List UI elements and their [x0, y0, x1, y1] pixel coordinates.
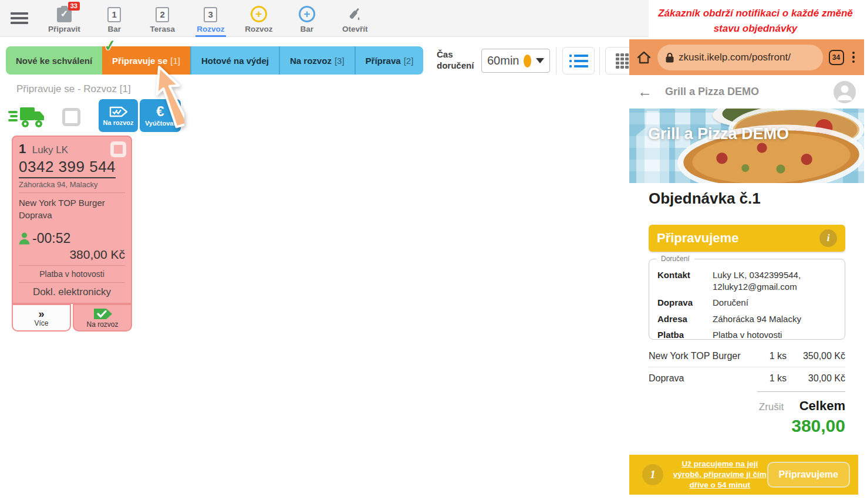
fieldset-legend: Doručení: [656, 255, 694, 263]
divider: [19, 265, 125, 266]
notification-badge: 33: [68, 2, 80, 11]
table-2-icon: 2: [156, 7, 169, 22]
add-order-yellow-icon: +: [251, 6, 267, 22]
delivery-truck-icon: [8, 106, 46, 130]
chevron-down-icon: [536, 58, 544, 63]
double-check-tag-icon: [109, 106, 128, 118]
delivery-row: Adresa Záhorácka 94 Malacky: [657, 313, 836, 325]
total-value: 380,00: [759, 416, 845, 436]
tab-count: [3]: [335, 56, 345, 66]
customer-phone-view: zkusit.ikelp.com/posfront/ 34 ← Grill a …: [629, 39, 864, 504]
address-bar[interactable]: zkusit.ikelp.com/posfront/: [657, 45, 823, 70]
order-card[interactable]: 1 Luky LK 0342 399 544 Záhorácka 94, Mal…: [12, 136, 132, 332]
more-button[interactable]: » Více: [12, 304, 71, 332]
customer-address: Záhorácka 94, Malacky: [19, 180, 125, 189]
nav-new-bar[interactable]: + Bar: [291, 0, 323, 37]
browser-bar: zkusit.ikelp.com/posfront/ 34: [629, 39, 864, 75]
order-title: Objednávka č.1: [649, 190, 761, 208]
clipboard-check-icon: ✓ 33: [57, 6, 72, 22]
tab-count-button[interactable]: 34: [829, 50, 844, 65]
list-icon: [569, 55, 588, 67]
order-total: 380,00 Kč: [19, 248, 125, 262]
status-dot-icon: [524, 55, 531, 67]
shop-title: Grill a Pizza DEMO: [665, 86, 759, 98]
customer-name: Luky LK: [32, 144, 68, 155]
table-1-icon: 1: [107, 7, 121, 22]
nav-otevrit[interactable]: Otevřít: [339, 0, 372, 37]
sum-divider: [757, 391, 845, 392]
nav-pripravit[interactable]: ✓ 33 Připravit: [46, 0, 83, 37]
lock-icon: [666, 52, 674, 63]
browser-menu-icon[interactable]: [850, 52, 858, 63]
delivery-time-label: Čas doručení: [437, 49, 479, 72]
card-na-rozvoz-button[interactable]: Na rozvoz: [73, 304, 132, 332]
nav-bar-1[interactable]: 1 Bar: [98, 0, 131, 37]
hero-title: Grill a Pizza DEMO: [648, 125, 789, 143]
bottle-icon: [347, 6, 363, 22]
annotation-note: Zákazník obdrží notifikaci o každé změně…: [649, 6, 862, 36]
tab-priprava[interactable]: Příprava [2]: [355, 46, 424, 75]
tab-hotove-na-vydej[interactable]: Hotové na výdej: [190, 46, 279, 75]
status-tabs: Nové ke schválení ✓ Připravuje se [1] Ho…: [6, 46, 423, 75]
order-timer: -00:52: [32, 231, 70, 246]
chevrons-icon: »: [38, 309, 44, 319]
delivery-fieldset: Doručení Kontakt Luky LK, 0342399544, 12…: [649, 259, 845, 340]
customer-phone-link[interactable]: 0342 399 544: [19, 158, 116, 178]
divider: [19, 282, 125, 283]
url-text: zkusit.ikelp.com/posfront/: [679, 52, 791, 63]
check-tag-icon: [93, 307, 113, 320]
cancel-order-link[interactable]: Zrušit: [759, 401, 784, 412]
delivery-row: Doprava Doručení: [657, 297, 836, 309]
person-icon: [19, 232, 30, 245]
receipt-type: Dokl. elektronicky: [19, 286, 125, 298]
delivery-row: Platba Platba v hotovosti: [657, 329, 836, 341]
select-all-checkbox[interactable]: [62, 108, 80, 126]
order-items-list: New York TOP Burger 1 ks 350,00 Kč Dopra…: [649, 346, 845, 392]
payment-method: Platba v hotovosti: [19, 269, 125, 279]
order-select-checkbox[interactable]: [110, 141, 126, 157]
top-toolbar: ✓ 33 Připravit 1 Bar 2 Terasa 3 Rozvoz +…: [0, 0, 649, 37]
menu-icon[interactable]: [11, 10, 28, 26]
status-banner: Připravujeme i: [649, 225, 845, 252]
order-items: New York TOP Burger Doprava: [19, 197, 125, 221]
home-icon[interactable]: [636, 50, 652, 65]
status-footer-bar: 1 Už pracujeme na její výrobě, připravím…: [629, 455, 858, 495]
order-item-row: Doprava 1 ks 30,00 Kč: [649, 367, 845, 389]
divider: [599, 47, 600, 75]
bulk-na-rozvoz-button[interactable]: Na rozvoz: [99, 99, 138, 132]
account-avatar-icon[interactable]: [834, 81, 856, 103]
tab-na-rozvoz[interactable]: Na rozvoz [3]: [279, 46, 355, 75]
delivery-row: Kontakt Luky LK, 0342399544, 12luky12@gm…: [657, 269, 836, 292]
totals: Zrušit Celkem 380,00: [759, 398, 845, 436]
pointer-arrow-annotation: [143, 63, 184, 140]
back-arrow-icon[interactable]: ←: [637, 83, 652, 100]
tab-nove-ke-schvaleni[interactable]: Nové ke schválení: [6, 46, 102, 75]
nav-new-rozvoz[interactable]: + Rozvoz: [242, 0, 275, 37]
tab-checkmark-icon: ✓: [103, 36, 117, 55]
divider: [19, 192, 125, 193]
hero-image: Grill a Pizza DEMO: [629, 109, 864, 183]
step-badge: 1: [642, 464, 663, 485]
order-number: 1: [19, 141, 26, 156]
tab-count: [2]: [404, 56, 414, 66]
app-bar: ← Grill a Pizza DEMO: [629, 75, 864, 109]
section-title: Připravuje se - Rozvoz [1]: [16, 83, 131, 95]
status-button[interactable]: Připravujeme: [767, 462, 850, 488]
info-icon[interactable]: i: [819, 229, 837, 247]
list-view-button[interactable]: [562, 47, 595, 75]
delivery-time-select[interactable]: 60min: [481, 49, 550, 73]
bottle-decoration: [636, 111, 669, 183]
keypad-icon: [616, 53, 629, 69]
table-3-icon: 3: [204, 7, 217, 22]
total-label: Celkem: [799, 398, 845, 413]
status-message-link[interactable]: Už pracujeme na její výrobě, připravíme …: [673, 459, 767, 491]
nav-terasa[interactable]: 2 Terasa: [146, 0, 179, 37]
status-banner-label: Připravujeme: [657, 231, 738, 246]
nav-rozvoz[interactable]: 3 Rozvoz: [194, 0, 227, 37]
toolbar-nav: ✓ 33 Připravit 1 Bar 2 Terasa 3 Rozvoz +…: [46, 0, 372, 37]
divider: [556, 47, 556, 75]
add-order-blue-icon: +: [299, 6, 315, 22]
order-item-row: New York TOP Burger 1 ks 350,00 Kč: [649, 346, 845, 367]
